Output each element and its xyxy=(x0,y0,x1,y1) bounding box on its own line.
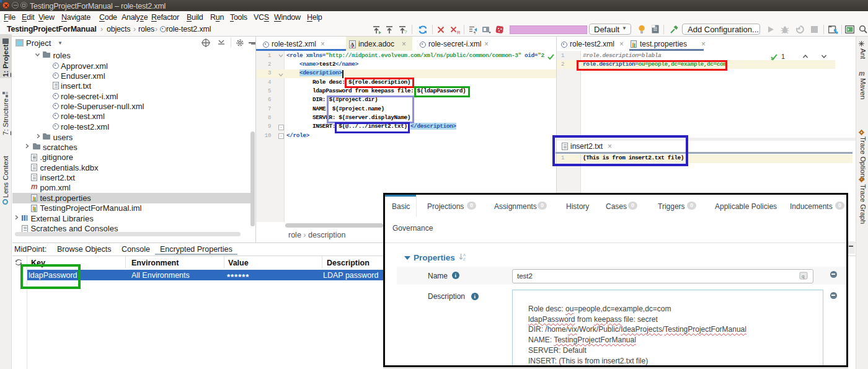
svg-text:R: R xyxy=(457,30,461,35)
svg-text:Z: Z xyxy=(463,257,466,261)
svg-text:?: ? xyxy=(404,29,407,34)
svg-text:A: A xyxy=(463,253,466,257)
svg-text:q: q xyxy=(802,273,804,279)
